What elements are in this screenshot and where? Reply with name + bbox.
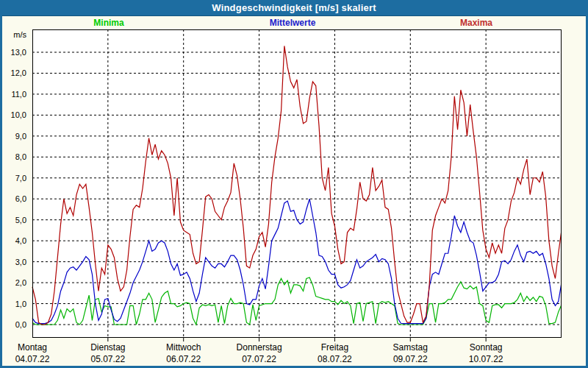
day-date: 08.07.22 — [318, 353, 352, 365]
day-name: Donnerstag — [237, 342, 282, 353]
y-tick-label: 13,0 — [0, 48, 26, 57]
y-tick-label: 10,0 — [0, 110, 26, 120]
window-title: Windgeschwindigkeit [m/s] skaliert — [212, 2, 376, 13]
day-name: Freitag — [318, 342, 352, 353]
y-tick-label: 3,0 — [0, 258, 26, 267]
day-name: Sonntag — [469, 342, 503, 353]
y-tick-label: 5,0 — [0, 216, 26, 225]
x-day-label-mittwoch: Mittwoch06.07.22 — [166, 342, 201, 365]
legend-label-minima: Minima — [93, 18, 123, 28]
plot-area — [30, 29, 562, 343]
legend-label-mittelwerte: Mittelwerte — [270, 18, 316, 28]
y-tick-label: 11,0 — [0, 90, 26, 99]
day-date: 09.07.22 — [393, 353, 428, 365]
y-tick-label: 8,0 — [0, 152, 26, 162]
day-name: Mittwoch — [166, 342, 201, 353]
wind-speed-report-window: { "window": { "title": "Windgeschwindigk… — [0, 0, 588, 368]
y-tick-label: 9,0 — [0, 132, 26, 141]
y-tick-label: 1,0 — [0, 300, 26, 309]
day-date: 06.07.22 — [166, 353, 201, 365]
legend-label-maxima: Maxima — [460, 18, 492, 28]
day-name: Dienstag — [90, 342, 125, 353]
x-day-label-donnerstag: Donnerstag07.07.22 — [237, 342, 282, 365]
y-axis-unit-label: m/s — [0, 30, 26, 39]
x-day-label-montag: Montag04.07.22 — [15, 342, 50, 365]
day-name: Montag — [15, 342, 50, 353]
day-name: Samstag — [393, 342, 428, 353]
day-date: 07.07.22 — [237, 353, 282, 365]
title-bar: Windgeschwindigkeit [m/s] skaliert — [0, 0, 588, 16]
y-tick-label: 4,0 — [0, 236, 26, 246]
y-tick-label: 6,0 — [0, 194, 26, 204]
y-tick-label: 12,0 — [0, 68, 26, 78]
x-day-label-dienstag: Dienstag05.07.22 — [90, 342, 125, 365]
day-date: 05.07.22 — [90, 353, 125, 365]
y-tick-label: 2,0 — [0, 278, 26, 288]
y-tick-label: 7,0 — [0, 174, 26, 183]
plot-background — [32, 29, 562, 338]
x-day-label-samstag: Samstag09.07.22 — [393, 342, 428, 365]
x-day-label-freitag: Freitag08.07.22 — [318, 342, 352, 365]
x-day-label-sonntag: Sonntag10.07.22 — [469, 342, 503, 365]
day-date: 10.07.22 — [469, 353, 503, 365]
day-date: 04.07.22 — [15, 353, 50, 365]
y-tick-label: 0,0 — [0, 320, 26, 330]
